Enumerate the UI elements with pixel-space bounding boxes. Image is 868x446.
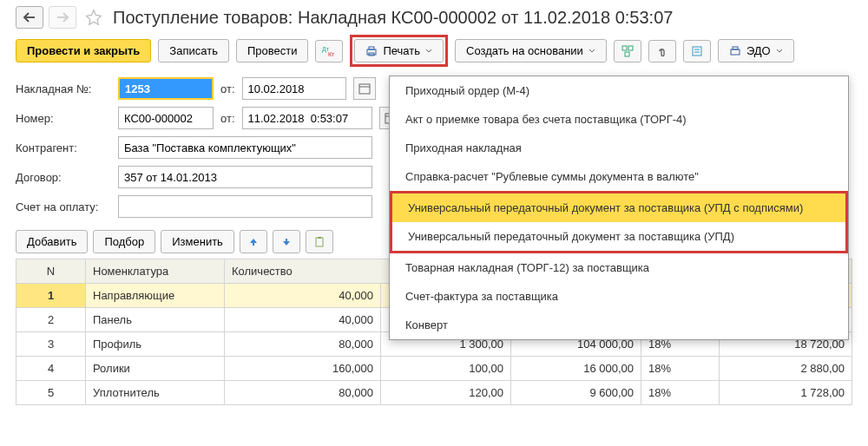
cell-vat-sum: 1 728,00 — [720, 381, 852, 405]
chevron-down-icon — [589, 49, 595, 54]
post-button[interactable]: Провести — [236, 39, 309, 62]
nav-forward-button[interactable] — [49, 6, 76, 29]
cell-qty: 40,000 — [225, 308, 381, 332]
col-n[interactable]: N — [16, 259, 86, 284]
page-title: Поступление товаров: Накладная КС00-0000… — [113, 8, 673, 28]
invoice-no-label: Накладная №: — [16, 82, 111, 95]
counterparty-input[interactable] — [118, 136, 372, 159]
chevron-down-icon — [776, 49, 783, 54]
payment-account-input[interactable] — [118, 195, 372, 218]
print-menu-highlighted-group: Универсальный передаточный документ за п… — [390, 191, 848, 253]
print-dropdown-button[interactable]: Печать — [354, 39, 444, 62]
svg-rect-6 — [628, 46, 633, 50]
move-up-button[interactable] — [240, 230, 267, 253]
edit-row-button[interactable]: Изменить — [161, 230, 234, 253]
cell-n: 2 — [16, 308, 86, 332]
payment-account-label: Счет на оплату: — [16, 200, 111, 213]
contract-label: Договор: — [16, 171, 111, 184]
print-menu-item[interactable]: Товарная накладная (ТОРГ-12) за поставщи… — [390, 253, 848, 282]
cell-item: Ролики — [86, 357, 225, 381]
print-menu-item[interactable]: Справка-расчет "Рублевые суммы документа… — [390, 162, 848, 191]
print-menu-item-upd-signed[interactable]: Универсальный передаточный документ за п… — [392, 193, 845, 222]
pick-button[interactable]: Подбор — [93, 230, 155, 253]
date1-calendar-button[interactable] — [353, 77, 376, 100]
printer-icon — [729, 45, 741, 57]
cell-item: Профиль — [86, 332, 225, 357]
calendar-icon — [358, 82, 371, 95]
from2-label: от: — [220, 112, 235, 125]
svg-rect-8 — [693, 47, 701, 56]
cell-item: Уплотнитель — [86, 381, 225, 405]
print-menu-item[interactable]: Конверт — [390, 311, 848, 339]
print-menu-item[interactable]: Акт о приемке товара без счета поставщик… — [390, 105, 848, 134]
contract-input[interactable] — [118, 166, 372, 188]
cell-n: 1 — [16, 284, 86, 308]
cell-qty: 160,000 — [225, 357, 381, 381]
svg-text:Кт: Кт — [328, 51, 335, 57]
chevron-down-icon — [425, 49, 432, 54]
counterparty-label: Контрагент: — [16, 141, 111, 154]
cell-qty: 40,000 — [225, 284, 381, 308]
cell-qty: 80,000 — [225, 332, 381, 357]
cell-vat-sum: 2 880,00 — [720, 357, 852, 381]
cell-item: Панель — [86, 308, 225, 332]
top-nav-bar: Поступление товаров: Накладная КС00-0000… — [16, 5, 852, 30]
cell-price: 120,00 — [381, 381, 511, 405]
cell-price: 100,00 — [381, 357, 511, 381]
paste-button[interactable] — [306, 230, 333, 253]
table-row[interactable]: 5Уплотнитель80,000120,009 600,0018%1 728… — [16, 381, 852, 405]
svg-rect-13 — [359, 84, 370, 94]
cell-n: 3 — [16, 332, 86, 357]
printer-icon — [365, 45, 378, 57]
cell-item: Направляющие — [86, 284, 225, 308]
number-label: Номер: — [16, 112, 111, 125]
date1-input[interactable] — [242, 77, 346, 100]
attachment-button[interactable] — [648, 40, 676, 62]
print-menu-item-upd[interactable]: Универсальный передаточный документ за п… — [392, 222, 845, 251]
cell-vat: 18% — [641, 381, 720, 405]
dtkt-button[interactable]: ДтКт — [315, 40, 343, 62]
arrow-down-icon — [281, 237, 292, 247]
from1-label: от: — [220, 82, 235, 95]
cell-n: 4 — [16, 357, 86, 381]
print-label: Печать — [383, 44, 420, 57]
add-row-button[interactable]: Добавить — [16, 230, 88, 253]
print-menu-item[interactable]: Приходная накладная — [390, 134, 848, 162]
invoice-no-input[interactable] — [118, 77, 214, 100]
arrow-up-icon — [248, 237, 259, 247]
svg-rect-18 — [318, 237, 321, 239]
svg-rect-11 — [731, 49, 740, 55]
svg-rect-12 — [733, 47, 738, 49]
cell-vat: 18% — [641, 357, 720, 381]
number-input[interactable] — [118, 107, 214, 129]
print-button-highlight: Печать — [350, 35, 448, 67]
clipboard-icon — [313, 236, 326, 248]
cell-sum: 9 600,00 — [511, 381, 641, 405]
main-toolbar: Провести и закрыть Записать Провести ДтК… — [16, 35, 852, 67]
nav-back-button[interactable] — [16, 6, 43, 29]
cell-qty: 80,000 — [225, 381, 381, 405]
structure-button[interactable] — [614, 40, 641, 62]
print-menu-item[interactable]: Счет-фактура за поставщика — [390, 282, 848, 311]
print-dropdown-menu: Приходный ордер (М-4) Акт о приемке това… — [389, 75, 849, 340]
create-based-on-button[interactable]: Создать на основании — [455, 39, 607, 62]
svg-rect-7 — [625, 52, 629, 56]
move-down-button[interactable] — [273, 230, 300, 253]
create-based-label: Создать на основании — [466, 44, 583, 57]
edo-label: ЭДО — [746, 44, 771, 57]
cell-sum: 16 000,00 — [511, 357, 641, 381]
edo-dropdown-button[interactable]: ЭДО — [718, 39, 794, 62]
post-and-close-button[interactable]: Провести и закрыть — [16, 39, 151, 62]
svg-rect-17 — [316, 238, 323, 246]
save-button[interactable]: Записать — [158, 39, 229, 62]
cell-n: 5 — [16, 381, 86, 405]
print-menu-item[interactable]: Приходный ордер (М-4) — [390, 76, 848, 105]
reports-button[interactable] — [683, 40, 711, 62]
table-row[interactable]: 4Ролики160,000100,0016 000,0018%2 880,00 — [16, 357, 852, 381]
date2-input[interactable] — [242, 107, 372, 129]
favorite-star-button[interactable] — [82, 5, 106, 30]
svg-rect-5 — [622, 46, 627, 50]
col-item[interactable]: Номенклатура — [86, 259, 225, 284]
svg-rect-3 — [369, 47, 374, 49]
